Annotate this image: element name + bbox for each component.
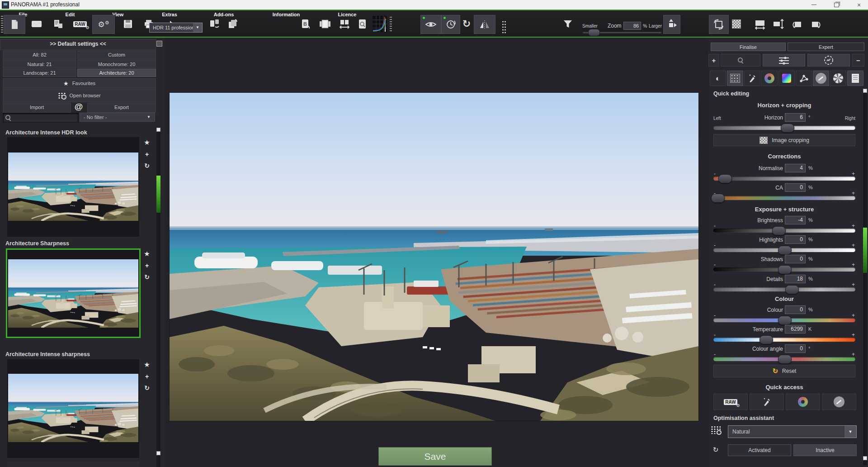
details-value-field[interactable]: 18 — [785, 275, 806, 283]
optimisation-refresh-button[interactable]: ↻ — [710, 444, 721, 455]
details-slider[interactable] — [713, 287, 855, 291]
favourite-star-icon[interactable]: ★ — [142, 361, 152, 369]
activated-button[interactable]: Activated — [728, 444, 791, 456]
horizon-slider-thumb[interactable] — [781, 124, 794, 133]
colour-cube-button[interactable] — [778, 71, 795, 86]
optimisation-dropdown[interactable]: Natural ▼ — [728, 425, 857, 438]
zoom-slider-thumb[interactable] — [588, 29, 600, 36]
tab-expert[interactable]: Expert — [788, 43, 864, 51]
colour-slider[interactable] — [713, 318, 855, 322]
grain-button[interactable] — [727, 71, 743, 86]
tab-finalise[interactable]: Finalise — [711, 43, 786, 51]
panorama-image[interactable] — [170, 93, 698, 421]
category-natural[interactable]: Natural: 21 — [3, 60, 76, 68]
normalise-value-field[interactable]: 4 — [785, 164, 806, 172]
preset-list-scroll-thumb[interactable] — [156, 176, 160, 213]
refresh-icon[interactable]: ↻ — [142, 162, 152, 169]
notes-button[interactable] — [847, 71, 863, 86]
highlights-value-field[interactable]: 0 — [785, 235, 806, 244]
scroll-down-button[interactable] — [156, 451, 160, 455]
add-icon[interactable]: + — [142, 151, 152, 158]
hdr-preset-dropdown[interactable]: HDR 11 professional ▼ — [149, 23, 203, 33]
colour-angle-slider-thumb[interactable] — [778, 355, 792, 364]
maximize-button[interactable] — [827, 0, 845, 10]
copy-settings-button[interactable] — [224, 15, 241, 33]
category-custom[interactable]: Custom — [77, 51, 156, 60]
brightness-slider[interactable] — [713, 229, 855, 233]
remove-panel-button[interactable]: − — [852, 54, 864, 67]
crop-button[interactable] — [729, 15, 744, 33]
editing-panel-scroll-thumb[interactable] — [863, 228, 867, 273]
colour-angle-slider[interactable] — [713, 357, 855, 361]
reset-button[interactable]: ↻ Reset — [713, 365, 855, 377]
redo-button[interactable]: ↻ — [459, 15, 474, 33]
colour-angle-value-field[interactable]: 0 — [785, 344, 806, 353]
favourite-star-icon[interactable]: ★ — [142, 138, 152, 147]
pen-tool-button[interactable] — [744, 71, 760, 86]
doc-b-button[interactable]: B — [297, 15, 315, 33]
raw-button[interactable]: RAW — [70, 15, 90, 33]
history-button[interactable] — [441, 15, 460, 34]
stitch-width-button[interactable] — [335, 15, 354, 33]
rotate-right-button[interactable] — [807, 15, 825, 33]
save-button[interactable]: Save — [378, 447, 492, 466]
aperture-button[interactable] — [830, 71, 846, 86]
quick-access-pen-button[interactable] — [750, 394, 784, 410]
details-slider-thumb[interactable] — [785, 285, 799, 294]
shadows-value-field[interactable]: 0 — [785, 255, 806, 263]
image-cropping-button[interactable]: Image cropping — [713, 134, 855, 146]
minimize-button[interactable] — [805, 0, 823, 10]
new-file-button[interactable] — [4, 15, 25, 34]
optimisation-browser-button[interactable] — [711, 426, 721, 434]
nodes-button[interactable] — [796, 71, 812, 86]
search-tools-button[interactable] — [721, 54, 760, 67]
add-panel-button[interactable]: + — [708, 54, 719, 67]
transfer-device-button[interactable] — [206, 15, 223, 33]
import-button[interactable]: Import — [3, 103, 71, 113]
add-icon[interactable]: + — [142, 373, 152, 380]
rotate-left-button[interactable] — [788, 15, 806, 33]
save-project-button[interactable] — [118, 15, 137, 33]
export-button[interactable]: Export — [87, 103, 156, 113]
before-after-button[interactable]: ◐ — [710, 71, 726, 86]
colour-value-field[interactable]: 0 — [785, 305, 806, 314]
brightness-slider-thumb[interactable] — [772, 226, 786, 235]
retouch-button[interactable] — [813, 71, 829, 86]
quick-access-wheel-button[interactable] — [786, 394, 820, 410]
favourite-star-icon[interactable]: ★ — [142, 250, 152, 258]
colour-slider-thumb[interactable] — [778, 316, 792, 325]
preset-thumbnail-selected[interactable] — [6, 248, 141, 338]
preview-eye-button[interactable] — [420, 15, 441, 34]
pin-icon[interactable] — [156, 41, 162, 47]
inspect-doc-button[interactable] — [354, 15, 371, 33]
zoom-value-field[interactable]: 86 — [623, 22, 642, 30]
preset-thumbnail[interactable] — [7, 359, 139, 458]
refresh-icon[interactable]: ↻ — [142, 273, 152, 281]
inactive-button[interactable]: Inactive — [793, 444, 857, 456]
brightness-value-field[interactable]: -4 — [785, 216, 806, 224]
normalise-slider-thumb[interactable] — [718, 174, 732, 183]
normalise-slider[interactable] — [713, 176, 855, 181]
free-rotate-button[interactable] — [709, 15, 729, 34]
temperature-value-field[interactable]: 6299 — [785, 325, 806, 334]
auto-gear-button[interactable] — [807, 54, 850, 67]
scroll-up-button[interactable] — [863, 89, 867, 93]
batch-list-button[interactable] — [48, 15, 69, 33]
histogram-button[interactable] — [371, 15, 389, 33]
stretch-horizontal-button[interactable] — [751, 15, 769, 33]
category-monochrome[interactable]: Monochrome: 20 — [77, 60, 156, 68]
ca-slider[interactable] — [713, 196, 855, 200]
toolbar-grip-dots[interactable] — [502, 20, 506, 34]
filter-dropdown[interactable]: - No filter - ▼ — [80, 113, 155, 122]
scroll-down-button[interactable] — [863, 456, 867, 460]
open-browser-button[interactable]: Open browser — [3, 89, 156, 102]
shadows-slider[interactable] — [713, 267, 855, 272]
preset-thumbnail-partial[interactable] — [7, 462, 139, 467]
toolbar-grip[interactable] — [1, 16, 3, 33]
scroll-up-button[interactable] — [156, 128, 160, 132]
default-settings-header[interactable]: >> Default settings << — [0, 39, 156, 50]
preset-search-input[interactable] — [3, 113, 79, 123]
refresh-icon[interactable]: ↻ — [142, 384, 152, 391]
close-button[interactable]: × — [850, 0, 868, 10]
shadows-slider-thumb[interactable] — [778, 265, 792, 274]
